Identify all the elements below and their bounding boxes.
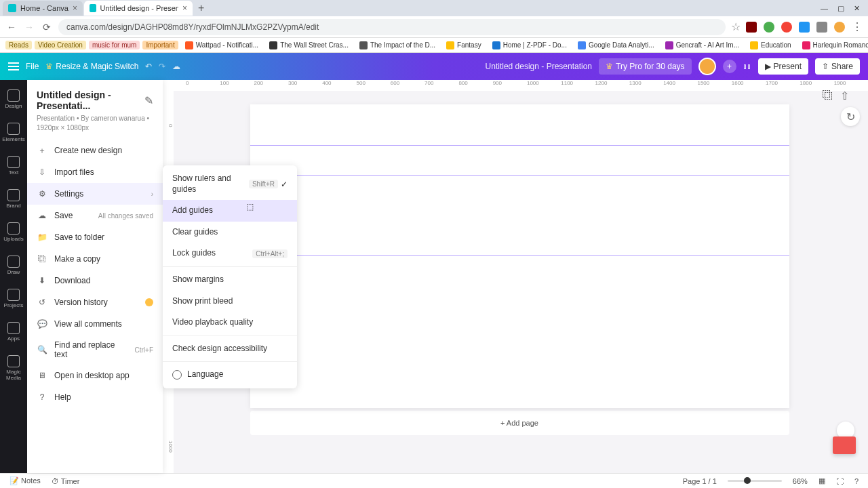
- add-guides[interactable]: Add guides: [163, 200, 297, 222]
- zoom-slider[interactable]: [728, 480, 782, 482]
- save-item[interactable]: ☁SaveAll changes saved: [27, 205, 163, 226]
- resize-button[interactable]: ♛Resize & Magic Switch: [45, 62, 138, 71]
- rail-design[interactable]: Design: [0, 85, 27, 113]
- rail-uploads[interactable]: Uploads: [0, 218, 27, 246]
- bookmark-item[interactable]: Wattpad - Notificati...: [181, 40, 262, 51]
- layers-icon[interactable]: ⿻: [823, 89, 833, 102]
- bookmark-music[interactable]: music for mum: [89, 41, 140, 49]
- ext-green[interactable]: [764, 22, 774, 33]
- ext-ublock[interactable]: [746, 22, 757, 33]
- rail-text[interactable]: Text: [0, 152, 27, 180]
- grid-view-icon[interactable]: ▦: [818, 476, 825, 485]
- open-desktop[interactable]: 🖥Open in desktop app: [27, 365, 163, 386]
- bookmark-item[interactable]: Google Data Analyti...: [574, 40, 658, 51]
- language-item[interactable]: Language: [163, 364, 297, 386]
- help-item[interactable]: ?Help: [27, 386, 163, 408]
- rail-apps[interactable]: Apps: [0, 318, 27, 346]
- close-window-icon[interactable]: ✕: [854, 4, 860, 13]
- clear-guides[interactable]: Clear guides: [163, 222, 297, 243]
- edit-title-icon[interactable]: ✎: [144, 94, 153, 107]
- bookmark-reads[interactable]: Reads: [5, 41, 32, 49]
- zoom-value[interactable]: 66%: [793, 477, 808, 485]
- profile-avatar[interactable]: [834, 22, 845, 33]
- show-rulers[interactable]: Show rulers and guidesShift+R✓: [163, 168, 297, 200]
- cloud-icon[interactable]: ☁: [172, 62, 180, 71]
- view-comments[interactable]: 💬View all comments: [27, 313, 163, 335]
- export-icon[interactable]: ⇧: [840, 89, 849, 102]
- left-rail: Design Elements Text Brand Uploads Draw …: [0, 80, 27, 473]
- design-title[interactable]: Untitled design - Presentation: [486, 62, 592, 71]
- save-to-folder[interactable]: 📁Save to folder: [27, 226, 163, 248]
- notes-button[interactable]: 📝 Notes: [9, 476, 41, 485]
- analytics-icon[interactable]: ⫾⫾: [743, 62, 751, 71]
- rail-elements[interactable]: Elements: [0, 119, 27, 146]
- guide-line[interactable]: [250, 145, 789, 146]
- show-print-bleed[interactable]: Show print bleed: [163, 291, 297, 312]
- ext-blue[interactable]: [799, 22, 810, 33]
- redo-button[interactable]: ↷: [159, 62, 165, 71]
- bookmark-item[interactable]: Education: [746, 40, 795, 51]
- version-history[interactable]: ↺Version history: [27, 291, 163, 313]
- help-footer-icon[interactable]: ?: [854, 477, 859, 485]
- new-tab-button[interactable]: +: [198, 2, 204, 14]
- user-avatar[interactable]: [698, 58, 716, 75]
- history-icon: ↺: [37, 297, 47, 308]
- menu-icon[interactable]: ⋮: [852, 20, 863, 33]
- ext-gray[interactable]: [816, 22, 827, 33]
- page-indicator[interactable]: Page 1 / 1: [683, 477, 717, 485]
- download-item[interactable]: ⬇Download: [27, 270, 163, 291]
- rail-magic[interactable]: Magic Media: [0, 351, 27, 385]
- rail-projects[interactable]: Projects: [0, 285, 27, 312]
- add-page-button[interactable]: + Add page: [250, 411, 789, 435]
- tab-title: Home - Canva: [20, 4, 68, 12]
- canvas-page[interactable]: [250, 104, 789, 408]
- share-button[interactable]: ⇧ Share: [815, 58, 860, 75]
- undo-button[interactable]: ↶: [145, 62, 152, 71]
- url-input[interactable]: canva.com/design/DAGHP08md8Y/ryxdFOlmNJL…: [58, 19, 726, 35]
- rail-draw[interactable]: Draw: [0, 251, 27, 279]
- guide-line[interactable]: [250, 175, 789, 176]
- present-button[interactable]: ▶ Present: [758, 58, 808, 75]
- menu-icon[interactable]: [8, 62, 19, 70]
- zoom-thumb[interactable]: [744, 477, 751, 484]
- close-icon[interactable]: ×: [182, 3, 187, 13]
- find-replace[interactable]: 🔍Find and replace textCtrl+F: [27, 335, 163, 365]
- reload-button[interactable]: ⟳: [41, 21, 53, 33]
- back-button[interactable]: ←: [5, 21, 18, 33]
- timer-button[interactable]: ⏱ Timer: [52, 477, 80, 485]
- bookmark-item[interactable]: Gencraft - AI Art Im...: [661, 40, 743, 51]
- bookmark-item[interactable]: Fantasy: [442, 40, 486, 51]
- check-accessibility[interactable]: Check design accessibility: [163, 338, 297, 360]
- browser-tab[interactable]: Home - Canva ×: [3, 1, 83, 16]
- add-collaborator-button[interactable]: +: [723, 60, 736, 73]
- rail-brand[interactable]: Brand: [0, 185, 27, 213]
- maximize-icon[interactable]: ▢: [837, 4, 844, 13]
- bookmark-item[interactable]: Harlequin Romance...: [798, 40, 868, 51]
- ext-red[interactable]: [781, 22, 792, 33]
- extension-icons: ⋮: [746, 20, 863, 33]
- preview-thumbnail[interactable]: [833, 436, 856, 454]
- bookmarks-bar: Reads Video Creation music for mum Impor…: [0, 38, 868, 53]
- create-new-design[interactable]: ＋Create new design: [27, 140, 163, 161]
- settings-item[interactable]: ⚙Settings›: [27, 183, 163, 205]
- minimize-icon[interactable]: —: [821, 4, 828, 13]
- bookmark-item[interactable]: Home | Z-PDF - Do...: [488, 40, 571, 51]
- make-copy[interactable]: ⿻Make a copy: [27, 248, 163, 270]
- lock-guides[interactable]: Lock guidesCtrl+Alt+;: [163, 243, 297, 264]
- bookmark-item[interactable]: The Impact of the D...: [355, 40, 439, 51]
- chevron-right-icon: ›: [151, 190, 153, 198]
- import-files[interactable]: ⇩Import files: [27, 161, 163, 183]
- show-margins[interactable]: Show margins: [163, 269, 297, 291]
- forward-button[interactable]: →: [23, 21, 35, 33]
- bookmark-video[interactable]: Video Creation: [35, 41, 86, 49]
- guide-line[interactable]: [250, 255, 789, 256]
- bookmark-important[interactable]: Important: [142, 41, 178, 49]
- bookmark-item[interactable]: The Wall Street Cras...: [265, 40, 353, 51]
- video-quality[interactable]: Video playback quality: [163, 312, 297, 333]
- fullscreen-icon[interactable]: ⛶: [836, 477, 844, 485]
- close-icon[interactable]: ×: [73, 3, 77, 13]
- star-icon[interactable]: ☆: [731, 20, 741, 33]
- try-pro-button[interactable]: ♛Try Pro for 30 days: [599, 58, 692, 75]
- file-menu[interactable]: File: [26, 62, 39, 71]
- browser-tab-active[interactable]: Untitled design - Presentation ×: [84, 1, 193, 16]
